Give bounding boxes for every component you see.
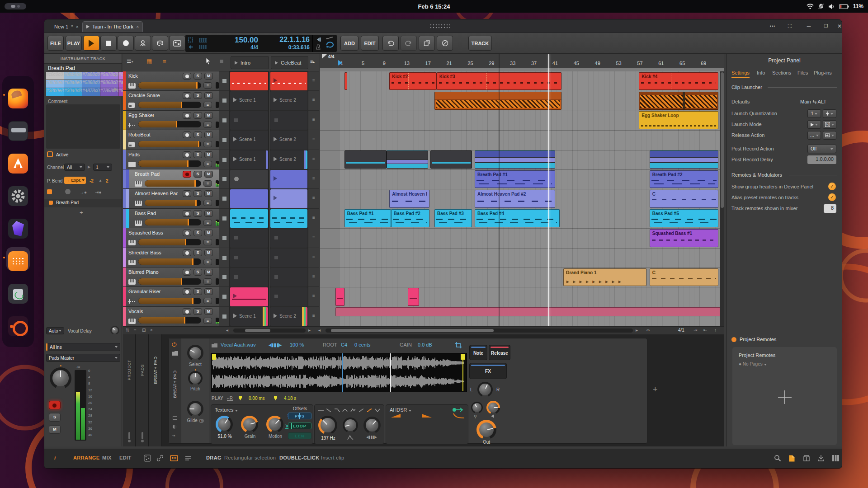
track-solo-button[interactable]: S xyxy=(193,151,202,158)
scrollbar-thumb[interactable] xyxy=(331,329,494,332)
pbend-mode-chip[interactable]: → Expr. xyxy=(64,177,86,184)
chain-arrow-icon[interactable]: ⇥ xyxy=(172,433,175,438)
dock-item-obsidian[interactable] xyxy=(2,212,34,245)
clip-slot[interactable] xyxy=(230,72,268,90)
link-icon[interactable] xyxy=(156,455,165,463)
position-display[interactable]: 22.1.1.16 0:33.616 xyxy=(262,35,313,52)
track-solo-button[interactable]: S xyxy=(193,112,202,119)
count-in-boxes[interactable] xyxy=(199,35,209,52)
palette-close-icon[interactable]: × xyxy=(114,73,117,79)
scene-play-icon[interactable] xyxy=(275,61,278,65)
track-scene-menu[interactable]: ≡ xyxy=(308,287,319,306)
launcher-scrollbar[interactable] xyxy=(233,328,306,333)
arranger-clip-kick-2[interactable]: Kick #2 xyxy=(389,72,436,90)
dock-item-ubuntu[interactable] xyxy=(2,310,34,343)
track-volume-slider[interactable] xyxy=(138,258,201,265)
dock-item-settings[interactable] xyxy=(2,180,34,212)
offset-len-button[interactable]: LEN xyxy=(288,432,311,439)
launch-quantization-alt[interactable] xyxy=(823,109,836,118)
track-header-bass-pad[interactable]: Bass PadSM≡ xyxy=(123,209,219,228)
track-menu-button[interactable]: TRACK xyxy=(468,36,492,51)
clip-slot[interactable] xyxy=(270,229,307,247)
scene-play-icon[interactable] xyxy=(235,61,238,65)
arranger-clip[interactable] xyxy=(430,150,472,169)
clear-icon[interactable]: × xyxy=(150,328,153,333)
arranger-clip[interactable] xyxy=(387,150,428,169)
track-header-squashed-bass[interactable]: Squashed BassSM≡ xyxy=(123,228,219,248)
palette-swatch[interactable]: #38b0e8 xyxy=(46,88,64,96)
halfmoon-icon[interactable] xyxy=(173,425,177,429)
track-mute-button[interactable]: M xyxy=(204,308,213,315)
track-stop-cell[interactable] xyxy=(219,71,230,91)
arranger-clip[interactable] xyxy=(475,150,555,169)
arranger-clip-bass-pad-4[interactable]: Bass Pad #4 xyxy=(475,209,560,227)
track-volume-slider[interactable] xyxy=(138,160,201,167)
pitch-knob[interactable] xyxy=(188,371,203,385)
release-action-alt[interactable] xyxy=(823,131,836,140)
track-header-crackle-snare[interactable]: Crackle SnareSM≡ xyxy=(123,91,219,110)
zoom-out-icon[interactable]: ⇤ xyxy=(703,328,707,333)
system-clock[interactable]: Feb 6 15:24 xyxy=(0,3,868,10)
reverse-toggle[interactable]: ⌐R xyxy=(227,396,233,401)
arranger-clip-grand-piano-1[interactable]: Grand Piano 1 xyxy=(563,268,646,286)
dock-item-app-center[interactable] xyxy=(2,147,34,180)
minimize-icon[interactable]: ─ xyxy=(805,23,813,30)
track-arm-button[interactable] xyxy=(183,131,191,138)
arranger-clip-breath-pad-1[interactable]: Breath Pad #1 xyxy=(475,170,555,188)
track-stop-cell[interactable] xyxy=(219,209,230,228)
start-time[interactable]: 0.00 ms xyxy=(249,396,265,401)
track-scene-menu[interactable]: ≡ xyxy=(308,169,319,189)
dock-item-bitwig[interactable] xyxy=(2,245,34,277)
arranger-clip[interactable] xyxy=(434,92,561,110)
track-mute-button[interactable]: M xyxy=(204,230,213,236)
chain-tab-breath-pad[interactable]: BREATH PAD xyxy=(149,334,162,446)
track-volume-slider[interactable] xyxy=(138,298,201,304)
scrollbar-thumb[interactable] xyxy=(721,72,724,208)
marker-strip[interactable] xyxy=(320,68,724,71)
record-button[interactable] xyxy=(118,36,134,51)
arranger-clip-bass-pad-3[interactable]: Bass Pad #3 xyxy=(434,209,472,227)
comment-box[interactable] xyxy=(46,104,120,149)
track-mute-button[interactable]: M xyxy=(204,73,213,80)
track-menu-button[interactable]: ≡ xyxy=(203,220,212,226)
track-arm-button[interactable] xyxy=(183,171,191,178)
sample-folder-icon[interactable] xyxy=(212,343,217,347)
track-menu-button[interactable]: ≡ xyxy=(203,259,212,265)
clip-slot[interactable] xyxy=(230,189,268,208)
track-menu-button[interactable]: ≡ xyxy=(203,82,212,89)
arranger-clip-egg-shaker-loop[interactable]: Egg Shaker Loop xyxy=(639,111,718,129)
track-stop-cell[interactable] xyxy=(219,91,230,110)
close-window-icon[interactable]: ✕ xyxy=(835,23,844,30)
scene-menu-icon[interactable]: ≡▸ xyxy=(310,59,315,64)
sample-length[interactable]: 4.18 s xyxy=(284,396,296,401)
arranger-scroll-right-icon[interactable]: ▸ xyxy=(636,328,638,333)
pbend-min[interactable]: -2 xyxy=(90,178,94,183)
track-mute-button[interactable]: M xyxy=(204,171,213,178)
stop-button[interactable] xyxy=(100,36,117,51)
grid-view-icon[interactable]: ▦ xyxy=(146,58,152,65)
tool-secondary-icon[interactable] xyxy=(220,60,223,63)
arranger-clip[interactable] xyxy=(335,288,344,306)
output-dropdown[interactable]: Pads Master xyxy=(46,354,120,362)
sample-start-marker[interactable] xyxy=(212,354,216,360)
preset-folder-icon[interactable] xyxy=(172,351,178,356)
clip-slot[interactable]: Scene 1 xyxy=(230,307,268,326)
track-solo-button[interactable]: S xyxy=(193,288,202,295)
clip-slot[interactable] xyxy=(230,111,268,130)
track-solo-button[interactable]: S xyxy=(193,131,202,138)
arranger-clip-bass-pad-2[interactable]: Bass Pad #2 xyxy=(391,209,430,227)
vertical-scrollbar[interactable] xyxy=(720,71,724,326)
arranger-clip-breath-pad-2[interactable]: Breath Pad #2 xyxy=(650,170,718,188)
track-arm-button[interactable] xyxy=(183,288,191,295)
auto-dropdown[interactable]: Auto xyxy=(46,327,64,334)
undo-button[interactable] xyxy=(382,36,399,51)
track-header-pads[interactable]: PadsSM≡ xyxy=(123,150,219,169)
track-header-kick[interactable]: KickSM≡ xyxy=(123,71,219,91)
track-header-granular-riser[interactable]: Granular RiserSM≡ xyxy=(123,287,219,306)
punch-metronome[interactable] xyxy=(313,35,325,52)
track-scene-menu[interactable]: ≡ xyxy=(308,150,319,169)
tempo-display[interactable]: 150.00 4/4 xyxy=(209,35,262,52)
grain-knob[interactable] xyxy=(241,416,258,433)
display-profile-button[interactable] xyxy=(169,36,185,51)
palette-swatch[interactable]: #8868c8 xyxy=(100,80,118,88)
